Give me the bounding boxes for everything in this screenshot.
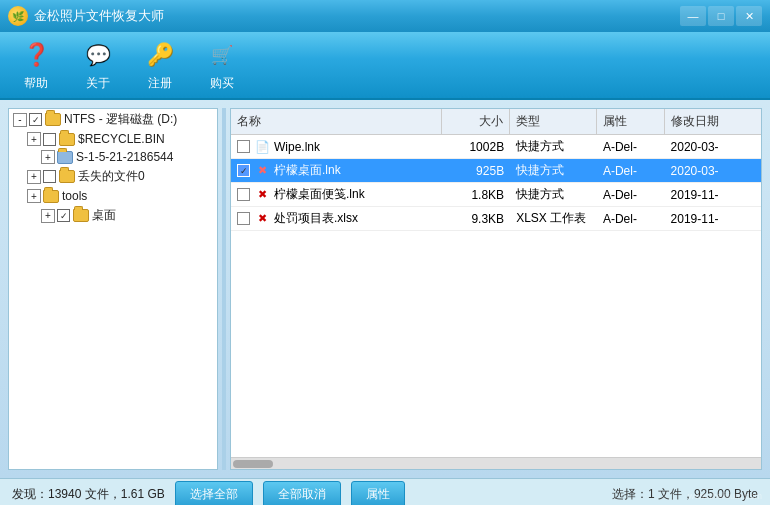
buy-icon: 🛒 — [206, 39, 238, 71]
expander-lost[interactable]: + — [27, 170, 41, 184]
tree-item-sid[interactable]: + S-1-5-21-2186544 — [9, 148, 217, 166]
file-size-4: 9.3KB — [443, 209, 511, 229]
file-date-2: 2020-03- — [665, 161, 761, 181]
buy-label: 购买 — [210, 75, 234, 92]
tree-item-recycle[interactable]: + $RECYCLE.BIN — [9, 130, 217, 148]
deselect-all-button[interactable]: 全部取消 — [263, 481, 341, 506]
checkbox-ntfs[interactable] — [29, 113, 42, 126]
minimize-button[interactable]: — — [680, 6, 706, 26]
file-name-col: 📄 Wipe.lnk — [231, 136, 443, 158]
file-attr-1: A-Del- — [597, 137, 665, 157]
header-type: 类型 — [510, 109, 597, 134]
file-icon-deleted-4: ✖ — [254, 211, 270, 227]
file-name-col-4: ✖ 处罚项目表.xlsx — [231, 207, 443, 230]
file-attr-3: A-Del- — [597, 185, 665, 205]
about-icon: 💬 — [82, 39, 114, 71]
register-icon: 🔑 — [144, 39, 176, 71]
app-title: 金松照片文件恢复大师 — [34, 7, 680, 25]
expander-recycle[interactable]: + — [27, 132, 41, 146]
props-button[interactable]: 属性 — [351, 481, 405, 506]
maximize-button[interactable]: □ — [708, 6, 734, 26]
toolbar: ❓ 帮助 💬 关于 🔑 注册 🛒 购买 — [0, 32, 770, 100]
file-name-1: Wipe.lnk — [274, 140, 320, 154]
expander-sid[interactable]: + — [41, 150, 55, 164]
tree-label-desktop: 桌面 — [92, 207, 116, 224]
file-size-1: 1002B — [443, 137, 511, 157]
main-content: - NTFS - 逻辑磁盘 (D:) + $RECYCLE.BIN + S-1-… — [0, 100, 770, 478]
file-checkbox-3[interactable] — [237, 188, 250, 201]
tree-label-recycle: $RECYCLE.BIN — [78, 132, 165, 146]
expander-ntfs[interactable]: - — [13, 113, 27, 127]
watermark: www.thelilium.com — [688, 491, 762, 501]
folder-lost-icon — [59, 170, 75, 183]
select-all-button[interactable]: 选择全部 — [175, 481, 253, 506]
checkbox-recycle[interactable] — [43, 133, 56, 146]
file-row-3[interactable]: ✖ 柠檬桌面便笺.lnk 1.8KB 快捷方式 A-Del- 2019-11- — [231, 183, 761, 207]
close-button[interactable]: ✕ — [736, 6, 762, 26]
file-date-3: 2019-11- — [665, 185, 761, 205]
tree-item-ntfs[interactable]: - NTFS - 逻辑磁盘 (D:) — [9, 109, 217, 130]
toolbar-help[interactable]: ❓ 帮助 — [20, 39, 52, 92]
tree-item-lost[interactable]: + 丢失的文件0 — [9, 166, 217, 187]
file-attr-4: A-Del- — [597, 209, 665, 229]
folder-tools-icon — [43, 190, 59, 203]
file-checkbox-2[interactable] — [237, 164, 250, 177]
file-icon-deleted-2: ✖ — [254, 163, 270, 179]
tree-label-tools: tools — [62, 189, 87, 203]
folder-recycle-icon — [59, 133, 75, 146]
file-row-selected[interactable]: ✖ 柠檬桌面.lnk 925B 快捷方式 A-Del- 2020-03- — [231, 159, 761, 183]
tree-panel[interactable]: - NTFS - 逻辑磁盘 (D:) + $RECYCLE.BIN + S-1-… — [8, 108, 218, 470]
scrollbar-thumb — [233, 460, 273, 468]
tree-label-ntfs: NTFS - 逻辑磁盘 (D:) — [64, 111, 177, 128]
file-row[interactable]: 📄 Wipe.lnk 1002B 快捷方式 A-Del- 2020-03- — [231, 135, 761, 159]
tree-item-tools[interactable]: + tools — [9, 187, 217, 205]
folder-ntfs-icon — [45, 113, 61, 126]
splitter[interactable] — [222, 108, 226, 470]
header-attr: 属性 — [597, 109, 665, 134]
header-name: 名称 — [231, 109, 442, 134]
folder-sid-icon — [57, 151, 73, 164]
file-name-2: 柠檬桌面.lnk — [274, 162, 341, 179]
checkbox-lost[interactable] — [43, 170, 56, 183]
found-text: 发现：13940 文件，1.61 GB — [12, 486, 165, 503]
file-name-col-3: ✖ 柠檬桌面便笺.lnk — [231, 183, 443, 206]
toolbar-about[interactable]: 💬 关于 — [82, 39, 114, 92]
title-bar: 🌿 金松照片文件恢复大师 — □ ✕ — [0, 0, 770, 32]
file-type-2: 快捷方式 — [510, 159, 597, 182]
file-table-body[interactable]: 📄 Wipe.lnk 1002B 快捷方式 A-Del- 2020-03- ✖ — [231, 135, 761, 457]
file-name-3: 柠檬桌面便笺.lnk — [274, 186, 365, 203]
header-date: 修改日期 — [665, 109, 761, 134]
toolbar-register[interactable]: 🔑 注册 — [144, 39, 176, 92]
file-attr-2: A-Del- — [597, 161, 665, 181]
file-size-2: 925B — [443, 161, 511, 181]
status-bar: 发现：13940 文件，1.61 GB 选择全部 全部取消 属性 选择：1 文件… — [0, 478, 770, 505]
file-type-3: 快捷方式 — [510, 183, 597, 206]
file-name-4: 处罚项目表.xlsx — [274, 210, 358, 227]
folder-desktop-icon — [73, 209, 89, 222]
file-size-3: 1.8KB — [443, 185, 511, 205]
file-icon-deleted-3: ✖ — [254, 187, 270, 203]
help-icon: ❓ — [20, 39, 52, 71]
file-panel-scrollbar[interactable] — [231, 457, 761, 469]
file-checkbox-4[interactable] — [237, 212, 250, 225]
help-label: 帮助 — [24, 75, 48, 92]
file-icon-lnk-1: 📄 — [254, 139, 270, 155]
header-size: 大小 — [442, 109, 510, 134]
file-type-1: 快捷方式 — [510, 135, 597, 158]
file-checkbox-1[interactable] — [237, 140, 250, 153]
about-label: 关于 — [86, 75, 110, 92]
checkbox-desktop[interactable] — [57, 209, 70, 222]
file-panel: 名称 大小 类型 属性 修改日期 📄 Wipe.lnk 1002B — [230, 108, 762, 470]
expander-tools[interactable]: + — [27, 189, 41, 203]
expander-desktop[interactable]: + — [41, 209, 55, 223]
tree-label-sid: S-1-5-21-2186544 — [76, 150, 173, 164]
file-row-4[interactable]: ✖ 处罚项目表.xlsx 9.3KB XLSX 工作表 A-Del- 2019-… — [231, 207, 761, 231]
file-name-col-2: ✖ 柠檬桌面.lnk — [231, 159, 443, 182]
toolbar-buy[interactable]: 🛒 购买 — [206, 39, 238, 92]
file-date-1: 2020-03- — [665, 137, 761, 157]
window-controls: — □ ✕ — [680, 6, 762, 26]
tree-item-desktop[interactable]: + 桌面 — [9, 205, 217, 226]
file-table-header: 名称 大小 类型 属性 修改日期 — [231, 109, 761, 135]
app-icon: 🌿 — [8, 6, 28, 26]
file-date-4: 2019-11- — [665, 209, 761, 229]
